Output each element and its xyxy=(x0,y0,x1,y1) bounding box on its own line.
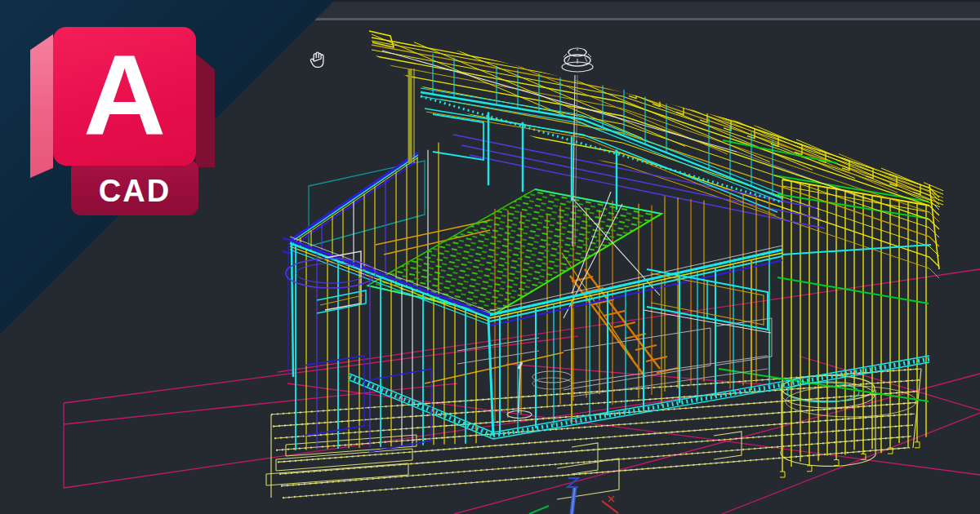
logo-product-plate: CAD xyxy=(71,160,198,215)
logo-letter: A xyxy=(53,27,196,164)
logo-fold xyxy=(30,34,53,178)
logo-back-edge xyxy=(196,54,215,167)
logo-product-label: CAD xyxy=(71,174,198,209)
autocad-logo: CAD A xyxy=(0,0,229,237)
pan-hand-cursor-icon xyxy=(310,51,326,69)
logo-letter-tile: A xyxy=(53,27,196,166)
autocad-marketing-screenshot: CAD A xyxy=(0,0,980,514)
